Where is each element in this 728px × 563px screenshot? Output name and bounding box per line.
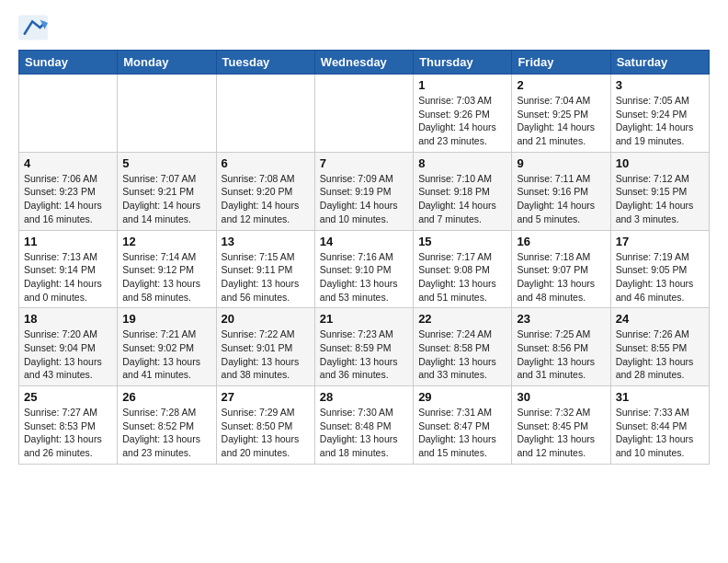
cell-info: Sunrise: 7:28 AM Sunset: 8:52 PM Dayligh… [122,406,210,460]
cell-info: Sunrise: 7:17 AM Sunset: 9:08 PM Dayligh… [418,250,506,304]
cell-info: Sunrise: 7:26 AM Sunset: 8:55 PM Dayligh… [616,327,704,382]
header-cell-monday: Monday [118,51,216,75]
calendar-cell: 12Sunrise: 7:14 AM Sunset: 9:12 PM Dayli… [118,230,216,308]
calendar-cell: 2Sunrise: 7:04 AM Sunset: 9:25 PM Daylig… [512,75,610,153]
calendar-cell: 20Sunrise: 7:22 AM Sunset: 9:01 PM Dayli… [216,308,314,386]
cell-info: Sunrise: 7:29 AM Sunset: 8:50 PM Dayligh… [222,406,310,460]
calendar-cell: 24Sunrise: 7:26 AM Sunset: 8:55 PM Dayli… [610,308,709,386]
cell-info: Sunrise: 7:12 AM Sunset: 9:15 PM Dayligh… [616,172,704,226]
calendar-cell: 7Sunrise: 7:09 AM Sunset: 9:19 PM Daylig… [314,152,413,230]
cell-info: Sunrise: 7:25 AM Sunset: 8:56 PM Dayligh… [517,327,605,382]
cell-day-number: 27 [222,390,310,404]
cell-day-number: 25 [24,390,112,404]
cell-day-number: 4 [24,156,112,170]
cell-info: Sunrise: 7:20 AM Sunset: 9:04 PM Dayligh… [24,327,112,382]
header-cell-sunday: Sunday [19,51,118,75]
calendar-body: 1Sunrise: 7:03 AM Sunset: 9:26 PM Daylig… [19,75,710,465]
calendar: SundayMondayTuesdayWednesdayThursdayFrid… [18,50,710,465]
header-cell-friday: Friday [512,51,610,75]
cell-info: Sunrise: 7:32 AM Sunset: 8:45 PM Dayligh… [517,406,605,460]
header-cell-wednesday: Wednesday [314,51,413,75]
cell-info: Sunrise: 7:21 AM Sunset: 9:02 PM Dayligh… [122,327,210,382]
cell-day-number: 5 [122,156,210,170]
calendar-cell: 18Sunrise: 7:20 AM Sunset: 9:04 PM Dayli… [19,308,118,386]
cell-info: Sunrise: 7:10 AM Sunset: 9:18 PM Dayligh… [418,172,506,226]
cell-info: Sunrise: 7:27 AM Sunset: 8:53 PM Dayligh… [24,406,112,460]
cell-info: Sunrise: 7:07 AM Sunset: 9:21 PM Dayligh… [122,172,210,226]
calendar-cell: 9Sunrise: 7:11 AM Sunset: 9:16 PM Daylig… [512,152,610,230]
cell-info: Sunrise: 7:05 AM Sunset: 9:24 PM Dayligh… [616,94,704,148]
calendar-cell [216,75,314,153]
cell-info: Sunrise: 7:03 AM Sunset: 9:26 PM Dayligh… [418,94,506,148]
calendar-cell: 3Sunrise: 7:05 AM Sunset: 9:24 PM Daylig… [610,75,709,153]
calendar-cell [118,75,216,153]
calendar-cell: 14Sunrise: 7:16 AM Sunset: 9:10 PM Dayli… [314,230,413,308]
cell-day-number: 13 [222,235,310,248]
cell-day-number: 18 [24,312,112,326]
calendar-cell: 23Sunrise: 7:25 AM Sunset: 8:56 PM Dayli… [512,308,610,386]
header-cell-thursday: Thursday [414,51,512,75]
cell-day-number: 15 [418,235,506,248]
cell-day-number: 14 [320,235,408,248]
cell-day-number: 26 [122,390,210,404]
calendar-cell: 29Sunrise: 7:31 AM Sunset: 8:47 PM Dayli… [414,386,512,465]
cell-info: Sunrise: 7:13 AM Sunset: 9:14 PM Dayligh… [24,250,112,304]
cell-day-number: 10 [616,156,704,170]
cell-info: Sunrise: 7:09 AM Sunset: 9:19 PM Dayligh… [320,172,408,226]
cell-day-number: 6 [222,156,310,170]
cell-info: Sunrise: 7:08 AM Sunset: 9:20 PM Dayligh… [222,172,310,226]
week-row-4: 25Sunrise: 7:27 AM Sunset: 8:53 PM Dayli… [19,386,710,465]
cell-info: Sunrise: 7:14 AM Sunset: 9:12 PM Dayligh… [122,250,210,304]
cell-info: Sunrise: 7:31 AM Sunset: 8:47 PM Dayligh… [418,406,506,460]
cell-day-number: 19 [122,312,210,326]
calendar-cell [314,75,413,153]
cell-day-number: 30 [517,390,605,404]
header-cell-tuesday: Tuesday [216,51,314,75]
cell-day-number: 21 [320,312,408,326]
cell-day-number: 23 [517,312,605,326]
cell-info: Sunrise: 7:24 AM Sunset: 8:58 PM Dayligh… [418,327,506,382]
svg-rect-0 [18,16,48,40]
cell-day-number: 1 [418,78,506,92]
calendar-cell: 21Sunrise: 7:23 AM Sunset: 8:59 PM Dayli… [314,308,413,386]
cell-info: Sunrise: 7:18 AM Sunset: 9:07 PM Dayligh… [517,250,605,304]
cell-day-number: 8 [418,156,506,170]
cell-day-number: 7 [320,156,408,170]
week-row-0: 1Sunrise: 7:03 AM Sunset: 9:26 PM Daylig… [19,75,710,153]
cell-day-number: 2 [517,78,605,92]
logo-icon [18,15,48,40]
calendar-cell: 30Sunrise: 7:32 AM Sunset: 8:45 PM Dayli… [512,386,610,465]
calendar-cell: 27Sunrise: 7:29 AM Sunset: 8:50 PM Dayli… [216,386,314,465]
calendar-cell: 25Sunrise: 7:27 AM Sunset: 8:53 PM Dayli… [19,386,118,465]
calendar-cell [19,75,118,153]
calendar-cell: 19Sunrise: 7:21 AM Sunset: 9:02 PM Dayli… [118,308,216,386]
calendar-cell: 17Sunrise: 7:19 AM Sunset: 9:05 PM Dayli… [610,230,709,308]
calendar-cell: 1Sunrise: 7:03 AM Sunset: 9:26 PM Daylig… [414,75,512,153]
cell-day-number: 9 [517,156,605,170]
cell-info: Sunrise: 7:22 AM Sunset: 9:01 PM Dayligh… [222,327,310,382]
calendar-cell: 13Sunrise: 7:15 AM Sunset: 9:11 PM Dayli… [216,230,314,308]
calendar-cell: 16Sunrise: 7:18 AM Sunset: 9:07 PM Dayli… [512,230,610,308]
cell-info: Sunrise: 7:04 AM Sunset: 9:25 PM Dayligh… [517,94,605,148]
page-header [18,15,710,40]
cell-day-number: 29 [418,390,506,404]
calendar-cell: 28Sunrise: 7:30 AM Sunset: 8:48 PM Dayli… [314,386,413,465]
calendar-cell: 10Sunrise: 7:12 AM Sunset: 9:15 PM Dayli… [610,152,709,230]
calendar-cell: 11Sunrise: 7:13 AM Sunset: 9:14 PM Dayli… [19,230,118,308]
calendar-cell: 22Sunrise: 7:24 AM Sunset: 8:58 PM Dayli… [414,308,512,386]
week-row-1: 4Sunrise: 7:06 AM Sunset: 9:23 PM Daylig… [19,152,710,230]
week-row-3: 18Sunrise: 7:20 AM Sunset: 9:04 PM Dayli… [19,308,710,386]
cell-day-number: 3 [616,78,704,92]
cell-day-number: 20 [222,312,310,326]
cell-day-number: 16 [517,235,605,248]
cell-info: Sunrise: 7:33 AM Sunset: 8:44 PM Dayligh… [616,406,704,460]
cell-info: Sunrise: 7:11 AM Sunset: 9:16 PM Dayligh… [517,172,605,226]
calendar-cell: 5Sunrise: 7:07 AM Sunset: 9:21 PM Daylig… [118,152,216,230]
cell-info: Sunrise: 7:23 AM Sunset: 8:59 PM Dayligh… [320,327,408,382]
cell-info: Sunrise: 7:15 AM Sunset: 9:11 PM Dayligh… [222,250,310,304]
calendar-cell: 31Sunrise: 7:33 AM Sunset: 8:44 PM Dayli… [610,386,709,465]
cell-info: Sunrise: 7:30 AM Sunset: 8:48 PM Dayligh… [320,406,408,460]
cell-day-number: 28 [320,390,408,404]
calendar-header: SundayMondayTuesdayWednesdayThursdayFrid… [19,51,710,75]
calendar-cell: 6Sunrise: 7:08 AM Sunset: 9:20 PM Daylig… [216,152,314,230]
